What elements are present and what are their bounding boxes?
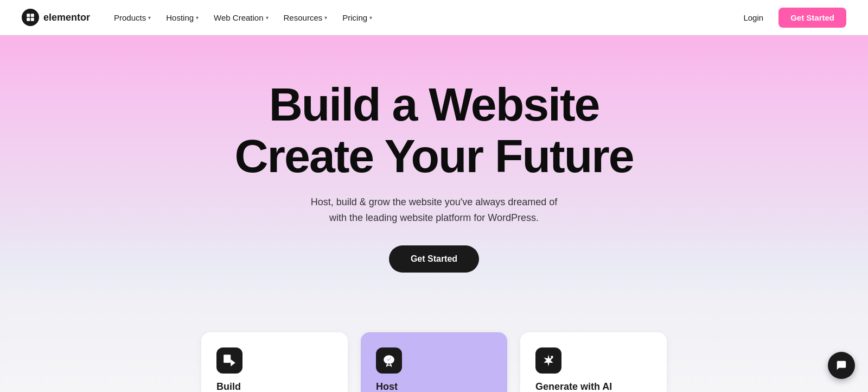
nav-item-resources[interactable]: Resources ▾ xyxy=(277,9,334,27)
nav-items: Products ▾ Hosting ▾ Web Creation ▾ Reso… xyxy=(107,9,379,27)
logo-icon xyxy=(22,9,39,26)
svg-rect-3 xyxy=(31,18,34,21)
svg-rect-4 xyxy=(224,355,231,363)
logo[interactable]: elementor xyxy=(22,9,90,26)
login-button[interactable]: Login xyxy=(737,9,770,27)
card-ai-title: Generate with AI xyxy=(535,381,652,392)
nav-item-products[interactable]: Products ▾ xyxy=(107,9,157,27)
chevron-down-icon: ▾ xyxy=(324,15,327,21)
svg-rect-2 xyxy=(27,18,30,21)
navbar-left: elementor Products ▾ Hosting ▾ Web Creat… xyxy=(22,9,379,27)
card-build-title: Build xyxy=(216,381,333,392)
card-host[interactable]: Host Grow with lightning-fast, scalable … xyxy=(361,332,507,392)
ai-icon xyxy=(535,347,561,374)
nav-item-hosting[interactable]: Hosting ▾ xyxy=(159,9,205,27)
cards-section: Build Bring your vision to life with the… xyxy=(0,305,868,392)
svg-rect-1 xyxy=(31,14,34,17)
svg-marker-5 xyxy=(231,359,235,366)
card-ai[interactable]: Generate with AI Supercharge your sites … xyxy=(520,332,667,392)
chevron-down-icon: ▾ xyxy=(196,15,199,21)
card-host-title: Host xyxy=(376,381,492,392)
chevron-down-icon: ▾ xyxy=(369,15,372,21)
navbar: elementor Products ▾ Hosting ▾ Web Creat… xyxy=(0,0,868,35)
hero-title: Build a Website Create Your Future xyxy=(22,79,846,181)
navbar-right: Login Get Started xyxy=(737,8,846,28)
card-build[interactable]: Build Bring your vision to life with the… xyxy=(201,332,348,392)
hero-section: Build a Website Create Your Future Host,… xyxy=(0,35,868,305)
chevron-down-icon: ▾ xyxy=(266,15,269,21)
build-icon xyxy=(216,347,242,374)
nav-item-pricing[interactable]: Pricing ▾ xyxy=(336,9,379,27)
host-icon xyxy=(376,347,402,374)
get-started-hero-button[interactable]: Get Started xyxy=(389,245,479,273)
hero-subtitle: Host, build & grow the website you've al… xyxy=(22,194,846,226)
get-started-nav-button[interactable]: Get Started xyxy=(778,8,846,28)
chevron-down-icon: ▾ xyxy=(148,15,151,21)
chat-button[interactable] xyxy=(828,352,855,379)
nav-item-web-creation[interactable]: Web Creation ▾ xyxy=(207,9,275,27)
svg-rect-0 xyxy=(27,14,30,17)
brand-name: elementor xyxy=(43,12,90,23)
svg-point-6 xyxy=(551,356,553,358)
